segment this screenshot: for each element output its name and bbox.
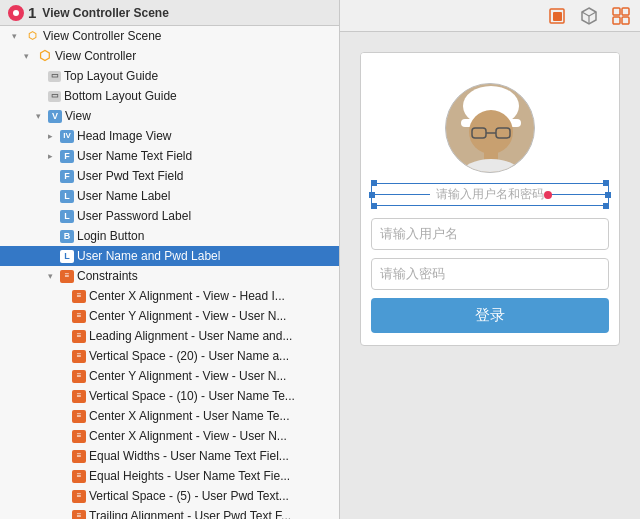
icon-vc: ⬡ <box>36 49 52 63</box>
icon-top-guide: ▭ <box>48 71 61 82</box>
svg-point-13 <box>469 110 513 154</box>
toolbar-icon-cube[interactable] <box>578 5 600 27</box>
login-button-label: 登录 <box>475 306 505 323</box>
label-password-label: User Password Label <box>77 207 191 225</box>
tree-item-login-button[interactable]: B Login Button <box>0 226 339 246</box>
label-c5: Center Y Alignment - View - User N... <box>89 367 286 385</box>
icon-head-image: IV <box>60 130 74 143</box>
avatar <box>445 83 535 173</box>
svg-line-4 <box>589 12 596 16</box>
icon-userpwd-label: L <box>60 250 74 263</box>
tree-item-username-label[interactable]: L User Name Label <box>0 186 339 206</box>
tree-item-c3[interactable]: ≡ Leading Alignment - User Name and... <box>0 326 339 346</box>
icon-c6: ≡ <box>72 390 86 403</box>
label-c7: Center X Alignment - User Name Te... <box>89 407 290 425</box>
username-placeholder: 请输入用户名 <box>380 226 458 241</box>
label-vc: View Controller <box>55 47 136 65</box>
outline-panel: 1 View Controller Scene ⬡ View Controlle… <box>0 0 340 519</box>
icon-c7: ≡ <box>72 410 86 423</box>
status-bar <box>361 53 619 73</box>
tree-item-c8[interactable]: ≡ Center X Alignment - View - User N... <box>0 426 339 446</box>
phone-mockup: 请输入用户名和密码 请输入用户名 <box>360 52 620 346</box>
tree-item-vc[interactable]: ⬡ View Controller <box>0 46 339 66</box>
icon-vc-scene: ⬡ <box>24 29 40 43</box>
tree-item-c4[interactable]: ≡ Vertical Space - (20) - User Name a... <box>0 346 339 366</box>
tree-item-c2[interactable]: ≡ Center Y Alignment - View - User N... <box>0 306 339 326</box>
icon-c4: ≡ <box>72 350 86 363</box>
phone-content: 请输入用户名和密码 请输入用户名 <box>361 73 619 333</box>
chevron-vc-scene <box>12 27 24 45</box>
tree-item-view[interactable]: V View <box>0 106 339 126</box>
tree-item-c10[interactable]: ≡ Equal Heights - User Name Text Fie... <box>0 466 339 486</box>
svg-rect-7 <box>622 8 629 15</box>
chevron-view <box>36 107 48 125</box>
password-placeholder: 请输入密码 <box>380 266 445 281</box>
icon-c3: ≡ <box>72 330 86 343</box>
label-c4: Vertical Space - (20) - User Name a... <box>89 347 289 365</box>
icon-c9: ≡ <box>72 450 86 463</box>
tree-item-c1[interactable]: ≡ Center X Alignment - View - Head I... <box>0 286 339 306</box>
label-c2: Center Y Alignment - View - User N... <box>89 307 286 325</box>
chevron-constraints <box>48 267 60 285</box>
icon-pwd-field: F <box>60 170 74 183</box>
outline-scroll[interactable]: ⬡ View Controller Scene ⬡ View Controlle… <box>0 26 339 519</box>
tree-item-constraints[interactable]: ≡ Constraints <box>0 266 339 286</box>
svg-rect-9 <box>622 17 629 24</box>
tree-item-userpwd-label[interactable]: L User Name and Pwd Label <box>0 246 339 266</box>
label-c6: Vertical Space - (10) - User Name Te... <box>89 387 295 405</box>
canvas-toolbar <box>340 0 640 32</box>
icon-constraints: ≡ <box>60 270 74 283</box>
icon-c8: ≡ <box>72 430 86 443</box>
label-c3: Leading Alignment - User Name and... <box>89 327 292 345</box>
tree-item-vc-scene[interactable]: ⬡ View Controller Scene <box>0 26 339 46</box>
tree-item-c5[interactable]: ≡ Center Y Alignment - View - User N... <box>0 366 339 386</box>
tree-item-c11[interactable]: ≡ Vertical Space - (5) - User Pwd Text..… <box>0 486 339 506</box>
label-head-image: Head Image View <box>77 127 172 145</box>
label-c10: Equal Heights - User Name Text Fie... <box>89 467 290 485</box>
canvas-area: 请输入用户名和密码 请输入用户名 <box>340 32 640 519</box>
head-image-container <box>361 73 619 183</box>
icon-bottom-guide: ▭ <box>48 91 61 102</box>
chevron-vc <box>24 47 36 65</box>
label-username-label: User Name Label <box>77 187 170 205</box>
password-input-display: 请输入密码 <box>371 258 609 290</box>
label-constraints: Constraints <box>77 267 138 285</box>
chevron-head-image <box>48 127 60 145</box>
userpwd-display-label: 请输入用户名和密码 <box>436 187 544 201</box>
label-userpwd-label: User Name and Pwd Label <box>77 247 220 265</box>
label-view: View <box>65 107 91 125</box>
svg-rect-6 <box>613 8 620 15</box>
tree-item-c9[interactable]: ≡ Equal Widths - User Name Text Fiel... <box>0 446 339 466</box>
canvas-panel: 请输入用户名和密码 请输入用户名 <box>340 0 640 519</box>
icon-view: V <box>48 110 62 123</box>
record-icon <box>8 5 24 21</box>
tree-item-top-guide[interactable]: ▭ Top Layout Guide <box>0 66 339 86</box>
tree-item-username-field[interactable]: F User Name Text Field <box>0 146 339 166</box>
toolbar-icon-squares[interactable] <box>546 5 568 27</box>
tree-item-password-label[interactable]: L User Password Label <box>0 206 339 226</box>
svg-rect-8 <box>613 17 620 24</box>
chevron-username-field <box>48 147 60 165</box>
tree-item-pwd-field[interactable]: F User Pwd Text Field <box>0 166 339 186</box>
icon-c11: ≡ <box>72 490 86 503</box>
tree-item-c6[interactable]: ≡ Vertical Space - (10) - User Name Te..… <box>0 386 339 406</box>
scene-title: View Controller Scene <box>42 6 169 20</box>
icon-username-field: F <box>60 150 74 163</box>
label-username-field: User Name Text Field <box>77 147 192 165</box>
tree-item-bottom-guide[interactable]: ▭ Bottom Layout Guide <box>0 86 339 106</box>
username-input-display: 请输入用户名 <box>371 218 609 250</box>
toolbar-icon-grid[interactable] <box>610 5 632 27</box>
userpwd-label-container: 请输入用户名和密码 <box>371 183 609 212</box>
number-label: 1 <box>28 4 36 21</box>
label-c11: Vertical Space - (5) - User Pwd Text... <box>89 487 289 505</box>
icon-c12: ≡ <box>72 510 86 520</box>
label-pwd-field: User Pwd Text Field <box>77 167 183 185</box>
tree-item-c7[interactable]: ≡ Center X Alignment - User Name Te... <box>0 406 339 426</box>
tree-item-c12[interactable]: ≡ Trailing Alignment - User Pwd Text F..… <box>0 506 339 519</box>
icon-c1: ≡ <box>72 290 86 303</box>
label-login-button: Login Button <box>77 227 144 245</box>
tree-item-head-image[interactable]: IV Head Image View <box>0 126 339 146</box>
label-top-guide: Top Layout Guide <box>64 67 158 85</box>
label-c12: Trailing Alignment - User Pwd Text F... <box>89 507 291 519</box>
label-c1: Center X Alignment - View - Head I... <box>89 287 285 305</box>
